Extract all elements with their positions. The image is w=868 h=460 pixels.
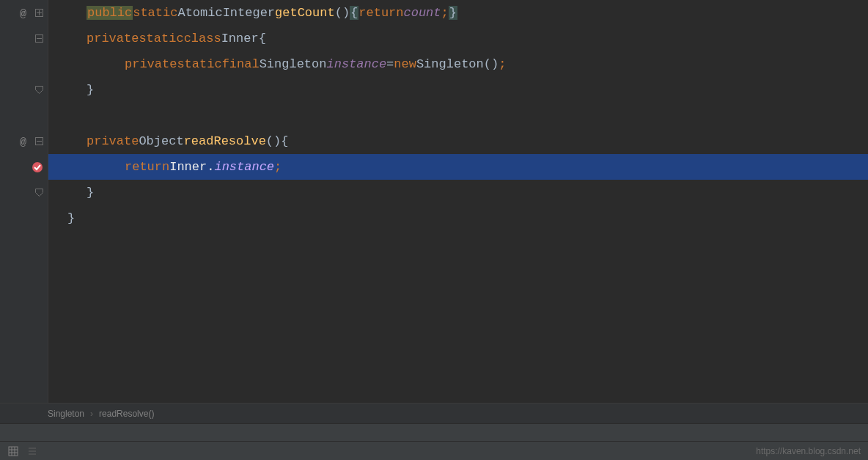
svg-text:@: @ xyxy=(20,136,26,147)
expand-icon[interactable] xyxy=(34,9,43,18)
close-fold-icon[interactable] xyxy=(34,86,43,95)
gutter-row[interactable] xyxy=(0,154,48,180)
keyword-return: return xyxy=(125,160,169,174)
class-name: Inner xyxy=(221,32,259,45)
status-bar: https://kaven.blog.csdn.net xyxy=(0,441,868,460)
close-fold-icon[interactable] xyxy=(34,189,43,197)
breadcrumb-bar: Singleton › readResolve() xyxy=(0,403,868,423)
brace-open: { xyxy=(350,6,358,20)
keyword-final: final xyxy=(222,57,260,71)
gutter: @ @ xyxy=(0,0,48,403)
brace-close: } xyxy=(67,211,75,225)
breadcrumb-method[interactable]: readResolve() xyxy=(99,409,154,419)
keyword-class: class xyxy=(184,32,221,45)
brace-close: } xyxy=(87,186,94,200)
structure-icon[interactable] xyxy=(26,445,38,457)
keyword-static: static xyxy=(139,32,183,45)
method-name: readResolve xyxy=(184,134,266,148)
keyword-private: private xyxy=(87,134,139,148)
brace-open: { xyxy=(259,32,266,45)
code-line[interactable]: private static class Inner{ xyxy=(48,26,868,51)
breadcrumb-separator-icon: › xyxy=(90,409,93,419)
svg-rect-10 xyxy=(9,447,18,456)
editor-root: @ @ xyxy=(0,0,868,460)
qualifier: Inner xyxy=(169,160,207,174)
gutter-row[interactable] xyxy=(0,205,48,231)
keyword-private: private xyxy=(87,32,139,45)
code-line[interactable]: private static final Singleton instance … xyxy=(48,51,868,77)
code-line-highlighted[interactable]: return Inner.instance; xyxy=(48,154,868,180)
watermark: https://kaven.blog.csdn.net xyxy=(756,446,861,456)
type: Object xyxy=(139,134,183,148)
brace-close: } xyxy=(449,6,457,20)
keyword-return: return xyxy=(358,6,403,20)
code-lines[interactable]: public static AtomicInteger getCount() {… xyxy=(48,0,868,403)
parens: () xyxy=(484,57,499,71)
tool-panel xyxy=(0,423,868,441)
collapse-icon[interactable] xyxy=(34,137,43,146)
gutter-row[interactable]: @ xyxy=(0,128,48,154)
semicolon: ; xyxy=(274,160,282,174)
brace-close: } xyxy=(87,83,94,97)
svg-text:@: @ xyxy=(20,8,26,19)
svg-point-9 xyxy=(32,162,43,172)
keyword-private: private xyxy=(125,57,177,71)
gutter-row[interactable] xyxy=(0,77,48,103)
type: Singleton xyxy=(260,57,327,71)
override-at-icon[interactable]: @ xyxy=(20,136,32,147)
ctor-name: Singleton xyxy=(416,57,484,71)
grid-icon[interactable] xyxy=(7,445,19,457)
status-left xyxy=(7,445,38,457)
override-at-icon[interactable]: @ xyxy=(20,7,32,19)
semicolon: ; xyxy=(499,57,506,71)
code-line[interactable]: } xyxy=(48,205,868,231)
parens: () xyxy=(266,134,281,148)
gutter-row[interactable] xyxy=(0,51,48,77)
dot: . xyxy=(207,160,214,174)
semicolon: ; xyxy=(441,6,449,20)
keyword-new: new xyxy=(394,57,416,71)
field-ref: instance xyxy=(214,160,274,174)
code-line[interactable]: public static AtomicInteger getCount() {… xyxy=(48,0,868,26)
gutter-row[interactable] xyxy=(0,180,48,205)
gutter-row[interactable] xyxy=(0,26,48,51)
keyword-public: public xyxy=(87,6,133,20)
code-line[interactable]: private Object readResolve(){ xyxy=(48,128,868,154)
error-breakpoint-icon[interactable] xyxy=(32,161,43,173)
equals: = xyxy=(386,57,394,71)
parens: () xyxy=(335,6,350,20)
keyword-static: static xyxy=(177,57,221,71)
gutter-row[interactable]: @ xyxy=(0,0,48,26)
code-line[interactable]: } xyxy=(48,180,868,205)
gutter-row[interactable] xyxy=(0,103,48,128)
code-line[interactable]: } xyxy=(48,77,868,103)
code-area: @ @ xyxy=(0,0,868,403)
brace-open: { xyxy=(281,134,288,148)
type: AtomicInteger xyxy=(177,6,275,20)
keyword-static: static xyxy=(133,6,177,20)
method-name: getCount xyxy=(275,6,335,20)
field-name: instance xyxy=(326,57,386,71)
collapse-icon[interactable] xyxy=(34,34,43,43)
breadcrumb-class[interactable]: Singleton xyxy=(48,409,84,419)
field-ref: count xyxy=(404,6,441,20)
code-line[interactable] xyxy=(48,103,868,128)
